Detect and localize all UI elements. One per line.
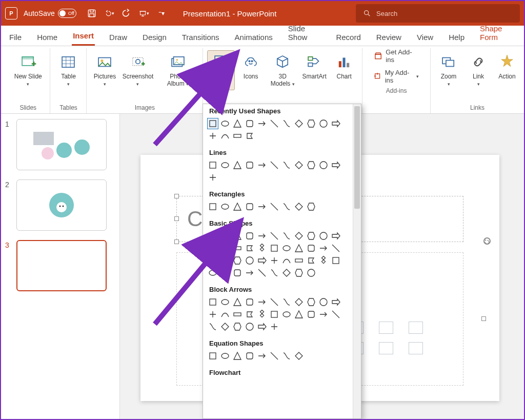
shape-item[interactable] xyxy=(256,350,268,362)
shape-item[interactable] xyxy=(232,230,243,242)
resize-handle[interactable] xyxy=(174,239,179,244)
shape-item[interactable] xyxy=(244,350,255,362)
shape-item[interactable] xyxy=(269,230,280,242)
shape-item[interactable] xyxy=(306,201,317,212)
shape-item[interactable] xyxy=(330,296,341,308)
table-button[interactable]: Table▾ xyxy=(54,50,82,90)
shape-item[interactable] xyxy=(318,255,329,266)
shape-item[interactable] xyxy=(207,201,218,212)
tab-help[interactable]: Help xyxy=(448,29,466,46)
shape-item[interactable] xyxy=(269,201,280,212)
zoom-button[interactable]: Zoom▾ xyxy=(435,50,462,90)
icons-button[interactable]: Icons xyxy=(237,50,265,83)
shape-item[interactable] xyxy=(269,321,280,332)
shape-item[interactable] xyxy=(281,350,292,362)
insert-3d-icon[interactable] xyxy=(409,322,423,334)
shape-item[interactable] xyxy=(281,230,292,242)
shape-item[interactable] xyxy=(293,230,305,242)
shape-item[interactable] xyxy=(232,243,243,254)
shape-item[interactable] xyxy=(207,350,218,362)
shape-item[interactable] xyxy=(256,296,268,308)
dropdown-scrollbar[interactable] xyxy=(353,104,361,418)
shape-item[interactable] xyxy=(293,350,305,362)
shape-item[interactable] xyxy=(293,159,305,171)
shape-item[interactable] xyxy=(293,243,305,254)
shape-item[interactable] xyxy=(281,118,292,129)
shape-item[interactable] xyxy=(244,309,255,320)
shape-item[interactable] xyxy=(281,267,292,278)
shape-item[interactable] xyxy=(281,309,292,320)
slide-thumb-1[interactable]: 1 xyxy=(5,119,115,170)
shape-item[interactable] xyxy=(269,296,280,308)
shape-item[interactable] xyxy=(281,243,292,254)
shape-item[interactable] xyxy=(293,201,305,212)
shape-item[interactable] xyxy=(219,350,231,362)
shape-item[interactable] xyxy=(256,159,268,171)
tab-design[interactable]: Design xyxy=(142,29,168,46)
shape-item[interactable] xyxy=(244,159,255,171)
shape-item[interactable] xyxy=(207,172,218,183)
shape-item[interactable] xyxy=(232,118,243,129)
shape-item[interactable] xyxy=(269,350,280,362)
toggle-off-icon[interactable]: Off xyxy=(58,9,76,18)
tab-draw[interactable]: Draw xyxy=(108,29,128,46)
thumbnail[interactable] xyxy=(16,179,107,231)
slide-thumb-2[interactable]: 2 xyxy=(5,179,115,231)
shape-item[interactable] xyxy=(330,243,341,254)
shape-item[interactable] xyxy=(232,130,243,142)
shape-item[interactable] xyxy=(256,118,268,129)
shape-item[interactable] xyxy=(244,201,255,212)
shape-item[interactable] xyxy=(256,201,268,212)
tab-shape-format[interactable]: Shape Form xyxy=(479,20,517,46)
shape-item[interactable] xyxy=(306,267,317,278)
shape-item[interactable] xyxy=(207,159,218,171)
shape-item[interactable] xyxy=(318,243,329,254)
shape-item[interactable] xyxy=(306,159,317,171)
shape-item[interactable] xyxy=(232,159,243,171)
shape-item[interactable] xyxy=(256,321,268,332)
link-button[interactable]: Link▾ xyxy=(465,50,492,90)
shape-item[interactable] xyxy=(306,255,317,266)
get-addins-button[interactable]: Get Add-ins xyxy=(374,48,419,64)
shape-item[interactable] xyxy=(256,267,268,278)
tab-home[interactable]: Home xyxy=(36,29,58,46)
tab-animations[interactable]: Animations xyxy=(234,29,274,46)
shape-item[interactable] xyxy=(232,309,243,320)
shape-item[interactable] xyxy=(293,309,305,320)
shape-item[interactable] xyxy=(256,243,268,254)
insert-video-icon[interactable] xyxy=(379,342,393,354)
slide-panel[interactable]: 1 2 3 xyxy=(1,114,120,419)
shape-item[interactable] xyxy=(256,230,268,242)
shape-item[interactable] xyxy=(281,159,292,171)
autosave-toggle[interactable]: AutoSave Off xyxy=(24,9,76,18)
pictures-button[interactable]: Pictures▾ xyxy=(91,50,118,90)
shape-item[interactable] xyxy=(306,243,317,254)
shape-item[interactable] xyxy=(293,255,305,266)
action-button[interactable]: Action xyxy=(494,50,520,83)
chart-button[interactable]: Chart xyxy=(330,50,358,83)
shape-item[interactable] xyxy=(244,296,255,308)
tab-transitions[interactable]: Transitions xyxy=(181,29,220,46)
shape-item[interactable] xyxy=(219,159,231,171)
shape-item[interactable] xyxy=(306,230,317,242)
shape-item[interactable] xyxy=(256,309,268,320)
smartart-button[interactable]: SmartArt xyxy=(300,50,328,83)
present-icon[interactable]: ▾ xyxy=(139,8,149,18)
scrollbar-thumb[interactable] xyxy=(354,106,360,209)
shape-item[interactable] xyxy=(232,321,243,332)
shape-item[interactable] xyxy=(256,255,268,266)
qat-more-icon[interactable]: ⁼▾ xyxy=(156,8,167,18)
resize-handle[interactable] xyxy=(481,316,486,321)
shape-item[interactable] xyxy=(269,159,280,171)
shape-item[interactable] xyxy=(318,230,329,242)
shape-item[interactable] xyxy=(232,255,243,266)
shape-item[interactable] xyxy=(306,296,317,308)
shape-item[interactable] xyxy=(330,309,341,320)
tab-slideshow[interactable]: Slide Show xyxy=(287,20,322,46)
slide-thumb-3[interactable]: 3 xyxy=(5,240,115,291)
shape-item[interactable] xyxy=(281,296,292,308)
new-slide-button[interactable]: New Slide ▾ xyxy=(10,50,46,90)
undo-icon[interactable]: ▾ xyxy=(104,8,114,18)
shape-item[interactable] xyxy=(330,255,341,266)
shape-item[interactable] xyxy=(244,255,255,266)
